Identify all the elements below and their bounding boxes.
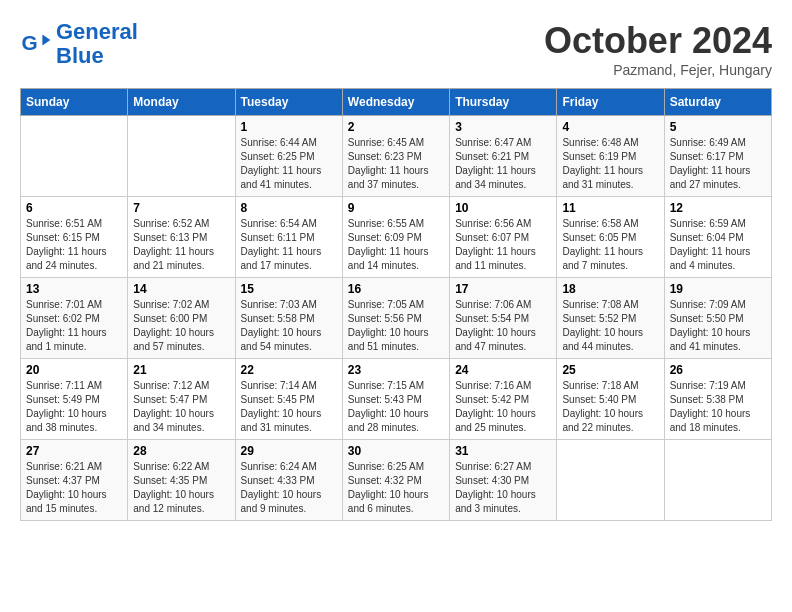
calendar-cell: 2Sunrise: 6:45 AM Sunset: 6:23 PM Daylig… — [342, 116, 449, 197]
day-number: 1 — [241, 120, 337, 134]
day-number: 31 — [455, 444, 551, 458]
calendar-cell: 19Sunrise: 7:09 AM Sunset: 5:50 PM Dayli… — [664, 278, 771, 359]
day-number: 21 — [133, 363, 229, 377]
day-info: Sunrise: 6:58 AM Sunset: 6:05 PM Dayligh… — [562, 217, 658, 273]
day-number: 8 — [241, 201, 337, 215]
day-number: 2 — [348, 120, 444, 134]
day-info: Sunrise: 7:08 AM Sunset: 5:52 PM Dayligh… — [562, 298, 658, 354]
day-number: 3 — [455, 120, 551, 134]
day-info: Sunrise: 7:12 AM Sunset: 5:47 PM Dayligh… — [133, 379, 229, 435]
calendar-cell: 20Sunrise: 7:11 AM Sunset: 5:49 PM Dayli… — [21, 359, 128, 440]
day-of-week-header: Tuesday — [235, 89, 342, 116]
logo-line2: Blue — [56, 43, 104, 68]
day-of-week-header: Wednesday — [342, 89, 449, 116]
day-info: Sunrise: 6:22 AM Sunset: 4:35 PM Dayligh… — [133, 460, 229, 516]
calendar-cell: 1Sunrise: 6:44 AM Sunset: 6:25 PM Daylig… — [235, 116, 342, 197]
calendar-cell: 4Sunrise: 6:48 AM Sunset: 6:19 PM Daylig… — [557, 116, 664, 197]
calendar-week-row: 20Sunrise: 7:11 AM Sunset: 5:49 PM Dayli… — [21, 359, 772, 440]
day-number: 26 — [670, 363, 766, 377]
calendar-cell: 23Sunrise: 7:15 AM Sunset: 5:43 PM Dayli… — [342, 359, 449, 440]
day-number: 24 — [455, 363, 551, 377]
calendar-cell: 3Sunrise: 6:47 AM Sunset: 6:21 PM Daylig… — [450, 116, 557, 197]
day-info: Sunrise: 6:49 AM Sunset: 6:17 PM Dayligh… — [670, 136, 766, 192]
calendar-cell — [664, 440, 771, 521]
day-info: Sunrise: 7:06 AM Sunset: 5:54 PM Dayligh… — [455, 298, 551, 354]
day-info: Sunrise: 7:05 AM Sunset: 5:56 PM Dayligh… — [348, 298, 444, 354]
calendar-cell: 28Sunrise: 6:22 AM Sunset: 4:35 PM Dayli… — [128, 440, 235, 521]
day-info: Sunrise: 6:55 AM Sunset: 6:09 PM Dayligh… — [348, 217, 444, 273]
day-info: Sunrise: 6:25 AM Sunset: 4:32 PM Dayligh… — [348, 460, 444, 516]
day-number: 22 — [241, 363, 337, 377]
calendar-cell: 6Sunrise: 6:51 AM Sunset: 6:15 PM Daylig… — [21, 197, 128, 278]
day-number: 17 — [455, 282, 551, 296]
day-info: Sunrise: 6:52 AM Sunset: 6:13 PM Dayligh… — [133, 217, 229, 273]
day-info: Sunrise: 7:14 AM Sunset: 5:45 PM Dayligh… — [241, 379, 337, 435]
day-info: Sunrise: 6:27 AM Sunset: 4:30 PM Dayligh… — [455, 460, 551, 516]
calendar-cell: 25Sunrise: 7:18 AM Sunset: 5:40 PM Dayli… — [557, 359, 664, 440]
calendar-cell: 26Sunrise: 7:19 AM Sunset: 5:38 PM Dayli… — [664, 359, 771, 440]
day-info: Sunrise: 6:51 AM Sunset: 6:15 PM Dayligh… — [26, 217, 122, 273]
day-number: 13 — [26, 282, 122, 296]
day-info: Sunrise: 7:19 AM Sunset: 5:38 PM Dayligh… — [670, 379, 766, 435]
month-title: October 2024 — [544, 20, 772, 62]
calendar-week-row: 13Sunrise: 7:01 AM Sunset: 6:02 PM Dayli… — [21, 278, 772, 359]
day-info: Sunrise: 6:24 AM Sunset: 4:33 PM Dayligh… — [241, 460, 337, 516]
calendar-cell: 13Sunrise: 7:01 AM Sunset: 6:02 PM Dayli… — [21, 278, 128, 359]
day-info: Sunrise: 7:11 AM Sunset: 5:49 PM Dayligh… — [26, 379, 122, 435]
calendar-cell: 5Sunrise: 6:49 AM Sunset: 6:17 PM Daylig… — [664, 116, 771, 197]
calendar-cell: 29Sunrise: 6:24 AM Sunset: 4:33 PM Dayli… — [235, 440, 342, 521]
day-number: 20 — [26, 363, 122, 377]
page-header: G General Blue October 2024 Pazmand, Fej… — [20, 20, 772, 78]
calendar-cell: 27Sunrise: 6:21 AM Sunset: 4:37 PM Dayli… — [21, 440, 128, 521]
day-number: 29 — [241, 444, 337, 458]
day-info: Sunrise: 7:18 AM Sunset: 5:40 PM Dayligh… — [562, 379, 658, 435]
day-of-week-header: Sunday — [21, 89, 128, 116]
svg-text:G: G — [22, 32, 38, 55]
day-of-week-header: Saturday — [664, 89, 771, 116]
calendar-cell — [128, 116, 235, 197]
calendar-cell: 10Sunrise: 6:56 AM Sunset: 6:07 PM Dayli… — [450, 197, 557, 278]
day-number: 11 — [562, 201, 658, 215]
calendar-cell — [21, 116, 128, 197]
day-info: Sunrise: 6:56 AM Sunset: 6:07 PM Dayligh… — [455, 217, 551, 273]
logo-line1: General — [56, 19, 138, 44]
calendar-cell: 14Sunrise: 7:02 AM Sunset: 6:00 PM Dayli… — [128, 278, 235, 359]
day-number: 19 — [670, 282, 766, 296]
svg-marker-1 — [42, 35, 50, 46]
header-row: SundayMondayTuesdayWednesdayThursdayFrid… — [21, 89, 772, 116]
calendar-cell: 31Sunrise: 6:27 AM Sunset: 4:30 PM Dayli… — [450, 440, 557, 521]
day-info: Sunrise: 7:09 AM Sunset: 5:50 PM Dayligh… — [670, 298, 766, 354]
calendar-cell: 24Sunrise: 7:16 AM Sunset: 5:42 PM Dayli… — [450, 359, 557, 440]
day-number: 7 — [133, 201, 229, 215]
day-of-week-header: Friday — [557, 89, 664, 116]
calendar-week-row: 27Sunrise: 6:21 AM Sunset: 4:37 PM Dayli… — [21, 440, 772, 521]
day-number: 27 — [26, 444, 122, 458]
day-of-week-header: Thursday — [450, 89, 557, 116]
calendar-cell: 11Sunrise: 6:58 AM Sunset: 6:05 PM Dayli… — [557, 197, 664, 278]
logo-text: General Blue — [56, 20, 138, 68]
day-info: Sunrise: 7:01 AM Sunset: 6:02 PM Dayligh… — [26, 298, 122, 354]
day-of-week-header: Monday — [128, 89, 235, 116]
calendar-cell — [557, 440, 664, 521]
calendar-week-row: 6Sunrise: 6:51 AM Sunset: 6:15 PM Daylig… — [21, 197, 772, 278]
calendar-cell: 16Sunrise: 7:05 AM Sunset: 5:56 PM Dayli… — [342, 278, 449, 359]
title-section: October 2024 Pazmand, Fejer, Hungary — [544, 20, 772, 78]
location-subtitle: Pazmand, Fejer, Hungary — [544, 62, 772, 78]
calendar-cell: 12Sunrise: 6:59 AM Sunset: 6:04 PM Dayli… — [664, 197, 771, 278]
day-number: 6 — [26, 201, 122, 215]
calendar-cell: 21Sunrise: 7:12 AM Sunset: 5:47 PM Dayli… — [128, 359, 235, 440]
calendar-cell: 15Sunrise: 7:03 AM Sunset: 5:58 PM Dayli… — [235, 278, 342, 359]
logo: G General Blue — [20, 20, 138, 68]
day-number: 18 — [562, 282, 658, 296]
day-number: 23 — [348, 363, 444, 377]
day-info: Sunrise: 7:16 AM Sunset: 5:42 PM Dayligh… — [455, 379, 551, 435]
calendar-week-row: 1Sunrise: 6:44 AM Sunset: 6:25 PM Daylig… — [21, 116, 772, 197]
calendar-cell: 7Sunrise: 6:52 AM Sunset: 6:13 PM Daylig… — [128, 197, 235, 278]
day-info: Sunrise: 7:03 AM Sunset: 5:58 PM Dayligh… — [241, 298, 337, 354]
day-number: 14 — [133, 282, 229, 296]
day-info: Sunrise: 6:45 AM Sunset: 6:23 PM Dayligh… — [348, 136, 444, 192]
day-info: Sunrise: 6:54 AM Sunset: 6:11 PM Dayligh… — [241, 217, 337, 273]
day-number: 4 — [562, 120, 658, 134]
day-info: Sunrise: 7:02 AM Sunset: 6:00 PM Dayligh… — [133, 298, 229, 354]
calendar-cell: 17Sunrise: 7:06 AM Sunset: 5:54 PM Dayli… — [450, 278, 557, 359]
